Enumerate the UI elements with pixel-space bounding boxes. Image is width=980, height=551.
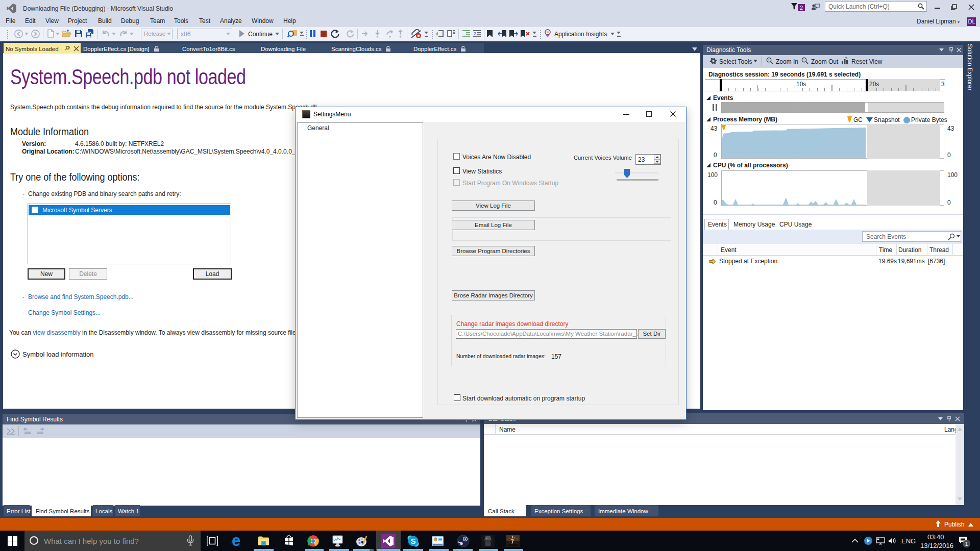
svg-text:2: 2 <box>474 31 476 36</box>
svg-text:S: S <box>410 537 415 545</box>
svg-text:?: ? <box>845 57 847 61</box>
